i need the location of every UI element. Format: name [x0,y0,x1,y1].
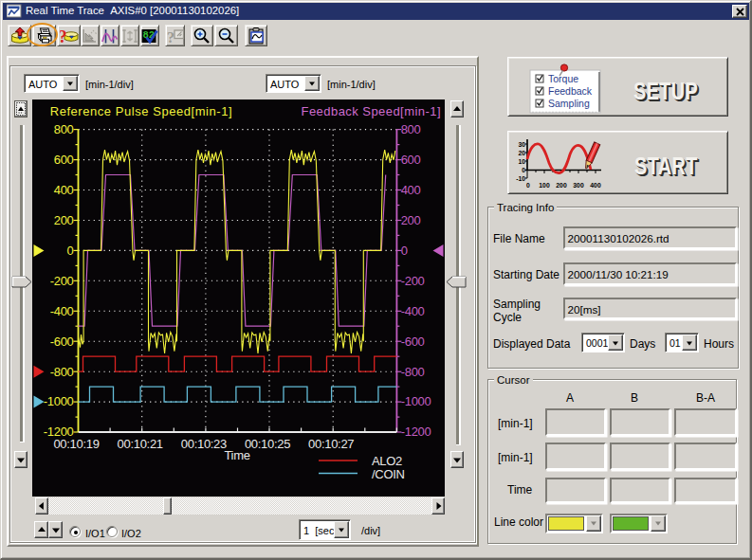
svg-text:/COIN: /COIN [372,467,405,481]
svg-text:-400: -400 [401,304,425,318]
svg-text:-200: -200 [50,274,74,288]
svg-text:200: 200 [54,213,74,227]
svg-text:-1000: -1000 [401,394,431,408]
svg-text:?: ? [60,27,67,45]
svg-text:Reference Pulse Speed[min-1]: Reference Pulse Speed[min-1] [50,104,232,118]
svg-text:00:10:25: 00:10:25 [245,437,290,451]
svg-text:Torque: Torque [548,73,578,84]
svg-text:600: 600 [54,153,74,167]
svg-text:200: 200 [556,182,567,189]
svg-text:-800: -800 [401,365,425,379]
svg-text:800: 800 [401,122,421,136]
svg-text:800: 800 [54,122,74,136]
svg-text:-200: -200 [401,274,425,288]
svg-text:-800: -800 [50,365,74,379]
svg-text:0: 0 [67,244,74,258]
svg-text:?: ? [167,28,174,45]
svg-text:-600: -600 [50,334,74,349]
svg-text:-1200: -1200 [401,425,431,439]
svg-text:Feedback: Feedback [548,85,593,97]
svg-text:600: 600 [401,153,421,167]
svg-text:-1000: -1000 [44,394,74,408]
svg-text:100: 100 [539,182,550,189]
svg-text:Time: Time [224,448,249,462]
svg-text:0: 0 [522,167,525,173]
svg-text:0: 0 [401,244,408,258]
svg-text:400: 400 [54,183,74,197]
svg-text:400: 400 [590,182,601,189]
svg-text:-400: -400 [50,304,74,318]
svg-text:10: 10 [518,158,525,165]
svg-text:-600: -600 [401,334,425,349]
svg-text:400: 400 [401,183,421,197]
svg-text:00:10:27: 00:10:27 [308,437,354,451]
svg-text:Sampling: Sampling [548,98,590,109]
svg-text:-10: -10 [516,175,525,182]
svg-text:00:10:21: 00:10:21 [118,437,163,451]
svg-text:30: 30 [518,141,525,148]
svg-text:0: 0 [526,182,530,189]
svg-text:00:10:19: 00:10:19 [53,437,99,451]
svg-text:20: 20 [518,150,525,156]
svg-text:Feedback Speed[min-1]: Feedback Speed[min-1] [302,104,441,118]
svg-text:300: 300 [573,182,584,189]
svg-text:200: 200 [401,213,421,227]
svg-text:00:10:23: 00:10:23 [181,437,227,451]
